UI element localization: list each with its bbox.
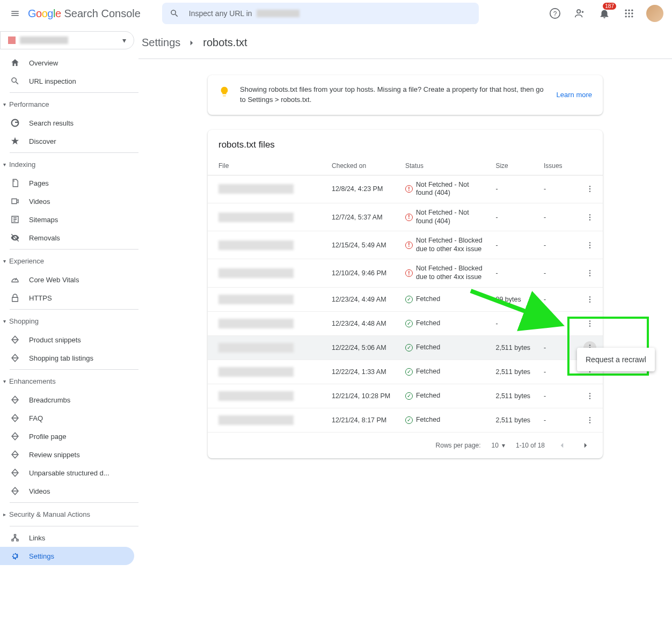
- cell-size: -: [490, 311, 538, 335]
- nav-item-core-web-vitals[interactable]: Core Web Vitals: [0, 270, 134, 289]
- nav-item-sitemaps[interactable]: Sitemaps: [0, 210, 134, 229]
- nav-section-experience[interactable]: ▾Experience: [0, 252, 138, 270]
- col-status[interactable]: Status: [400, 157, 490, 175]
- learn-more-link[interactable]: Learn more: [557, 91, 592, 99]
- table-row[interactable]: 12/10/24, 9:46 PM!Not Fetched - Blocked …: [208, 259, 603, 287]
- nav-section-indexing[interactable]: ▾Indexing: [0, 155, 138, 174]
- svg-point-20: [589, 245, 590, 246]
- info-card: Showing robots.txt files from your top h…: [208, 75, 603, 115]
- property-selector[interactable]: ▾: [0, 31, 134, 49]
- cell-size: -: [490, 203, 538, 231]
- account-avatar[interactable]: [646, 5, 663, 22]
- nav-item-url-inspection[interactable]: URL inspection: [0, 72, 134, 90]
- col-checked[interactable]: Checked on: [326, 157, 400, 175]
- row-more-button[interactable]: [583, 239, 596, 252]
- main-content: Settings robots.txt Showing robots.txt f…: [138, 27, 672, 630]
- nav-item-videos[interactable]: Videos: [0, 192, 134, 210]
- cell-status: ✓Fetched: [405, 392, 485, 400]
- apps-button[interactable]: [622, 6, 637, 21]
- row-more-button[interactable]: [583, 211, 596, 224]
- cell-checked: 12/10/24, 9:46 PM: [326, 259, 400, 287]
- nav-section-performance[interactable]: ▾Performance: [0, 95, 138, 114]
- row-more-button[interactable]: [583, 293, 596, 306]
- prev-page[interactable]: [556, 439, 568, 452]
- diamond-icon: [10, 395, 20, 405]
- recrawl-popup[interactable]: Request a recrawl: [577, 348, 655, 371]
- cell-size: 2,511 bytes: [490, 384, 538, 408]
- nav-section-shopping[interactable]: ▾Shopping: [0, 312, 138, 331]
- nav-section-security-manual-actions[interactable]: ▸Security & Manual Actions: [0, 505, 138, 524]
- table-row[interactable]: 12/23/24, 4:49 AM✓Fetched99 bytes-: [208, 287, 603, 311]
- svg-point-42: [589, 422, 590, 423]
- nav-item-profile-page[interactable]: Profile page: [0, 427, 134, 445]
- nav-section-enhancements[interactable]: ▾Enhancements: [0, 372, 138, 391]
- col-file[interactable]: File: [208, 157, 326, 175]
- menu-button[interactable]: [9, 7, 21, 20]
- nav-item-label: Profile page: [29, 433, 66, 441]
- svg-point-9: [625, 16, 627, 17]
- cell-size: 2,511 bytes: [490, 408, 538, 432]
- nav-item-label: URL inspection: [29, 77, 76, 85]
- svg-point-40: [589, 417, 590, 418]
- cell-issues: -: [538, 203, 578, 231]
- svg-point-11: [631, 16, 633, 17]
- nav-item-videos[interactable]: Videos: [0, 482, 134, 500]
- col-size[interactable]: Size: [490, 157, 538, 175]
- nav-item-label: Videos: [29, 487, 50, 495]
- nav-item-review-snippets[interactable]: Review snippets: [0, 445, 134, 464]
- svg-point-14: [589, 188, 590, 189]
- cell-issues: -: [538, 311, 578, 335]
- cell-checked: 12/21/24, 8:17 PM: [326, 408, 400, 432]
- row-more-button[interactable]: [583, 182, 596, 195]
- table-row[interactable]: 12/15/24, 5:49 AM!Not Fetched - Blocked …: [208, 231, 603, 259]
- users-button[interactable]: [572, 6, 587, 21]
- cell-size: 99 bytes: [490, 287, 538, 311]
- rows-per-page-select[interactable]: 10 ▾: [492, 442, 505, 449]
- table-row[interactable]: 12/23/24, 4:48 AM✓Fetched--: [208, 311, 603, 335]
- nav-item-https[interactable]: HTTPS: [0, 289, 134, 307]
- cell-status: !Not Fetched - Blocked due to other 4xx …: [405, 237, 485, 253]
- cell-size: -: [490, 175, 538, 203]
- help-button[interactable]: ?: [547, 6, 563, 21]
- notifications-button[interactable]: 187: [597, 6, 612, 21]
- svg-point-21: [589, 247, 590, 248]
- cell-status: ✓Fetched: [405, 368, 485, 376]
- cell-size: 2,511 bytes: [490, 335, 538, 360]
- search-icon: [10, 76, 20, 86]
- next-page[interactable]: [579, 439, 592, 452]
- table-row[interactable]: 12/22/24, 1:33 AM✓Fetched2,511 bytes-: [208, 360, 603, 384]
- svg-point-41: [589, 419, 590, 420]
- nav-item-overview[interactable]: Overview: [0, 54, 134, 72]
- redacted-file: [218, 391, 294, 401]
- nav-item-settings[interactable]: Settings: [0, 547, 134, 565]
- breadcrumb-current: robots.txt: [203, 36, 247, 49]
- row-more-button[interactable]: [583, 414, 596, 427]
- table-row[interactable]: 12/21/24, 10:28 PM✓Fetched2,511 bytes-: [208, 384, 603, 408]
- nav-item-links[interactable]: Links: [0, 529, 134, 547]
- logo[interactable]: Google Search Console: [28, 8, 141, 20]
- col-issues[interactable]: Issues: [538, 157, 578, 175]
- table-row[interactable]: 12/22/24, 5:06 AM✓Fetched2,511 bytes-: [208, 335, 603, 360]
- breadcrumb-settings[interactable]: Settings: [142, 36, 180, 49]
- table-row[interactable]: 12/21/24, 8:17 PM✓Fetched2,511 bytes-: [208, 408, 603, 432]
- robots-table: File Checked on Status Size Issues 12/8/…: [208, 157, 603, 433]
- nav-item-breadcrumbs[interactable]: Breadcrumbs: [0, 391, 134, 409]
- row-more-button[interactable]: [583, 390, 596, 402]
- table-row[interactable]: 12/8/24, 4:23 PM!Not Fetched - Not found…: [208, 175, 603, 203]
- nav-item-search-results[interactable]: Search results: [0, 114, 134, 132]
- nav-item-pages[interactable]: Pages: [0, 174, 134, 192]
- row-more-button[interactable]: [583, 317, 596, 330]
- nav-item-faq[interactable]: FAQ: [0, 409, 134, 427]
- url-inspect-search[interactable]: Inspect any URL in: [162, 3, 479, 24]
- sidebar: ▾ OverviewURL inspection▾PerformanceSear…: [0, 27, 138, 630]
- nav-item-discover[interactable]: Discover: [0, 132, 134, 150]
- svg-point-5: [631, 10, 633, 11]
- nav-item-label: Shopping tab listings: [29, 354, 93, 362]
- nav-item-unparsable-structured-d-[interactable]: Unparsable structured d...: [0, 464, 134, 482]
- row-more-button[interactable]: [583, 267, 596, 280]
- table-row[interactable]: 12/7/24, 5:37 AM!Not Fetched - Not found…: [208, 203, 603, 231]
- nav-item-shopping-tab-listings[interactable]: Shopping tab listings: [0, 349, 134, 367]
- nav-item-removals[interactable]: Removals: [0, 229, 134, 247]
- nav-item-product-snippets[interactable]: Product snippets: [0, 331, 134, 349]
- svg-point-23: [589, 273, 590, 274]
